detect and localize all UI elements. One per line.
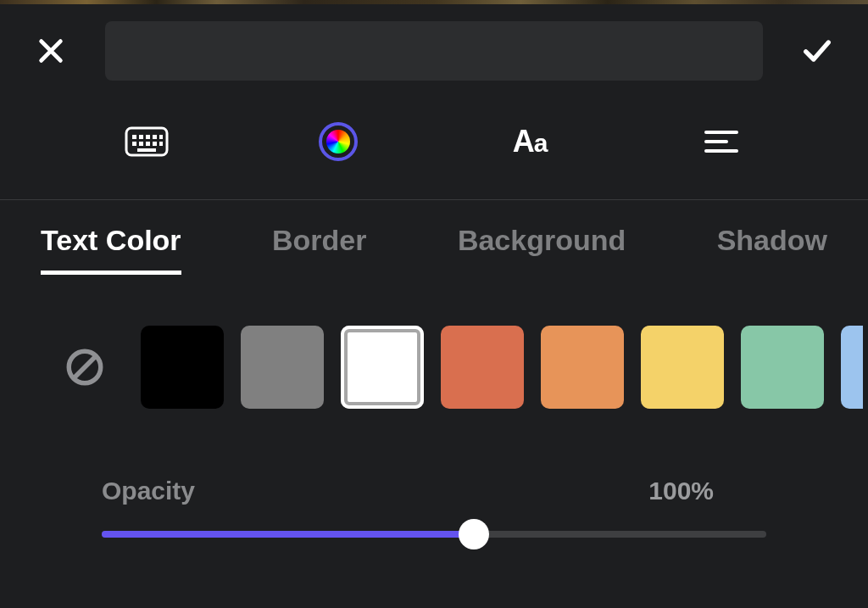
svg-rect-3	[146, 135, 150, 139]
opacity-label: Opacity	[102, 477, 195, 505]
check-icon	[800, 34, 834, 68]
svg-rect-4	[153, 135, 157, 139]
svg-rect-11	[137, 148, 156, 152]
confirm-button[interactable]	[797, 31, 837, 71]
color-swatch[interactable]	[841, 326, 863, 409]
svg-rect-10	[159, 142, 163, 146]
svg-line-16	[75, 357, 96, 378]
mode-align[interactable]	[698, 118, 745, 165]
tab-border[interactable]: Border	[272, 224, 366, 275]
svg-rect-1	[132, 135, 136, 139]
align-left-icon	[704, 129, 738, 154]
color-swatch[interactable]	[641, 326, 724, 409]
opacity-value: 100%	[648, 477, 766, 505]
color-wheel-icon	[326, 130, 350, 153]
color-swatch-row	[0, 283, 868, 409]
svg-rect-2	[139, 135, 143, 139]
close-icon	[36, 36, 65, 65]
opacity-slider-area: Opacity 100%	[0, 409, 868, 549]
svg-rect-7	[139, 142, 143, 146]
color-tab-row: Text Color Border Background Shadow	[0, 200, 868, 283]
svg-rect-5	[159, 135, 163, 139]
slider-track-fill	[102, 531, 474, 538]
color-swatch[interactable]	[241, 326, 324, 409]
color-swatch[interactable]	[341, 326, 424, 409]
opacity-slider[interactable]	[102, 519, 766, 549]
tab-text-color[interactable]: Text Color	[41, 224, 181, 275]
tab-shadow[interactable]: Shadow	[717, 224, 827, 275]
caption-input[interactable]	[105, 21, 763, 81]
slider-thumb[interactable]	[459, 519, 489, 549]
no-color-button[interactable]	[58, 340, 112, 394]
color-swatch[interactable]	[141, 326, 224, 409]
no-color-icon	[64, 346, 106, 388]
mode-color[interactable]	[314, 118, 362, 165]
mode-row: Aa	[0, 98, 868, 200]
svg-rect-8	[146, 142, 150, 146]
svg-rect-6	[132, 142, 136, 146]
tab-background[interactable]: Background	[458, 224, 626, 275]
color-swatch[interactable]	[741, 326, 824, 409]
close-button[interactable]	[31, 31, 71, 71]
keyboard-icon	[125, 126, 169, 157]
header-bar	[0, 4, 868, 98]
mode-font[interactable]: Aa	[506, 118, 554, 165]
svg-rect-9	[153, 142, 157, 146]
color-swatch[interactable]	[541, 326, 624, 409]
color-mode-ring	[319, 122, 358, 161]
color-swatch[interactable]	[441, 326, 524, 409]
font-icon: Aa	[513, 124, 548, 159]
mode-keyboard[interactable]	[123, 118, 170, 165]
